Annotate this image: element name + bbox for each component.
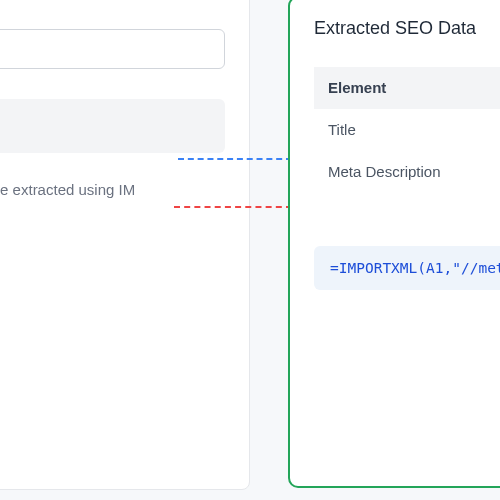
formula-text: =IMPORTXML(A1,"//meta[@name='de bbox=[330, 260, 500, 276]
seo-panel-title: Extracted SEO Data bbox=[314, 18, 500, 39]
source-title-box: e Title bbox=[0, 99, 225, 153]
table-row: Meta Description This is an bbox=[314, 151, 500, 193]
source-url-input[interactable]: m bbox=[0, 29, 225, 69]
table-row: Title Example bbox=[314, 109, 500, 151]
source-meta-text: meta description that would be extracted… bbox=[0, 181, 135, 198]
seo-table: Element Extracted Title Example Meta Des… bbox=[314, 67, 500, 192]
connector-meta bbox=[174, 206, 292, 208]
table-header-row: Element Extracted bbox=[314, 67, 500, 109]
cell-element: Meta Description bbox=[314, 151, 500, 193]
seo-data-panel: Extracted SEO Data Element Extracted Tit… bbox=[288, 0, 500, 488]
header-element: Element bbox=[314, 67, 500, 109]
source-page-panel: m e Title meta description that would be… bbox=[0, 0, 250, 490]
source-meta-description: meta description that would be extracted… bbox=[0, 179, 225, 202]
formula-display[interactable]: =IMPORTXML(A1,"//meta[@name='de bbox=[314, 246, 500, 290]
connector-title bbox=[178, 158, 292, 160]
cell-element: Title bbox=[314, 109, 500, 151]
